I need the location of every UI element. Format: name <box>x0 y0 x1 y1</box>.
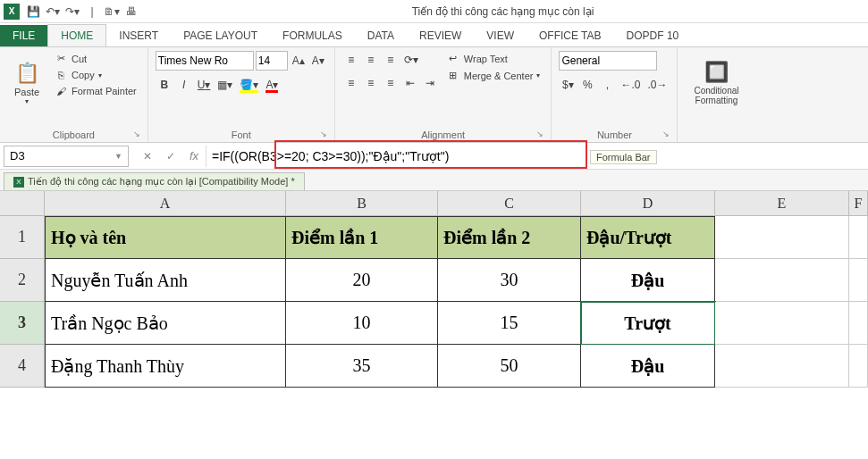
col-header-c[interactable]: C <box>438 191 581 216</box>
tab-dopdf[interactable]: doPDF 10 <box>614 25 692 46</box>
alignment-launcher[interactable]: ↘ <box>536 129 544 138</box>
tab-view[interactable]: VIEW <box>474 25 527 46</box>
group-alignment: ≡ ≡ ≡ ⟳▾ ≡ ≡ ≡ ⇤ ⇥ ↩Wrap Text ⊞Merge & C… <box>335 47 552 142</box>
col-header-f[interactable]: F <box>849 191 868 216</box>
border-button[interactable]: ▦▾ <box>215 76 235 94</box>
align-top-button[interactable]: ≡ <box>342 51 360 69</box>
group-styles: 🔲 Conditional Formatting <box>678 47 754 142</box>
qat-redo[interactable]: ↷▾ <box>63 2 82 21</box>
cell-d2[interactable]: Đậu <box>581 259 715 302</box>
cell-a4[interactable]: Đặng Thanh Thùy <box>45 345 286 388</box>
cut-button[interactable]: ✂Cut <box>50 51 140 66</box>
italic-button[interactable]: I <box>175 76 193 94</box>
increase-decimal-button[interactable]: ←.0 <box>618 76 643 94</box>
font-name-select[interactable] <box>156 51 254 71</box>
col-header-a[interactable]: A <box>45 191 286 216</box>
formula-bar-row: D3 ▼ ✕ ✓ fx =IF((OR(B3>=20; C3>=30));"Đậ… <box>0 143 868 170</box>
paste-label: Paste <box>14 87 39 97</box>
cell-d3[interactable]: Trượt <box>581 302 715 345</box>
merge-center-button[interactable]: ⊞Merge & Center ▾ <box>442 68 544 83</box>
align-center-button[interactable]: ≡ <box>362 74 380 92</box>
cell-c3[interactable]: 15 <box>438 302 581 345</box>
fill-color-button[interactable]: 🪣▾ <box>237 76 261 94</box>
orientation-button[interactable]: ⟳▾ <box>401 51 421 69</box>
tab-formulas[interactable]: FORMULAS <box>270 25 355 46</box>
tab-officetab[interactable]: OFFICE TAB <box>527 25 614 46</box>
cell-e2[interactable] <box>715 259 849 302</box>
align-right-button[interactable]: ≡ <box>382 74 400 92</box>
cell-e1[interactable] <box>715 216 849 259</box>
shrink-font-button[interactable]: A▾ <box>309 52 327 70</box>
cell-b1[interactable]: Điểm lần 1 <box>286 216 438 259</box>
font-launcher[interactable]: ↘ <box>320 129 327 138</box>
cancel-formula-button[interactable]: ✕ <box>136 146 159 167</box>
number-launcher[interactable]: ↘ <box>662 129 670 138</box>
cell-c4[interactable]: 50 <box>438 345 581 388</box>
clipboard-launcher[interactable]: ↘ <box>133 129 140 138</box>
paste-button[interactable]: 📋 Paste ▾ <box>7 51 46 115</box>
qat-undo[interactable]: ↶▾ <box>43 2 63 21</box>
row-header-1[interactable]: 1 <box>0 216 45 259</box>
indent-inc-button[interactable]: ⇥ <box>421 74 439 92</box>
cell-a2[interactable]: Nguyễn Tuấn Anh <box>45 259 286 302</box>
underline-button[interactable]: U▾ <box>195 76 214 94</box>
cell-a3[interactable]: Trần Ngọc Bảo <box>45 302 286 345</box>
grow-font-button[interactable]: A▴ <box>290 52 308 70</box>
copy-button[interactable]: ⎘Copy ▾ <box>50 68 140 82</box>
document-tab-bar: X Tiến độ thi công các hạng mục còn lại … <box>0 170 868 191</box>
formula-input[interactable]: =IF((OR(B3>=20; C3>=30));"Đậu";"Trượt") <box>206 146 868 167</box>
qat-save[interactable]: 💾 <box>23 2 43 21</box>
comma-button[interactable]: , <box>598 76 616 94</box>
align-bottom-button[interactable]: ≡ <box>382 51 400 69</box>
tab-insert[interactable]: INSERT <box>106 25 171 46</box>
cell-b3[interactable]: 10 <box>286 302 438 345</box>
cell-f4[interactable] <box>849 345 868 388</box>
wrap-text-button[interactable]: ↩Wrap Text <box>442 51 544 66</box>
cell-a1[interactable]: Họ và tên <box>45 216 286 259</box>
row-header-3[interactable]: 3 <box>0 302 45 345</box>
select-all-corner[interactable] <box>0 191 45 216</box>
qat-new[interactable]: 🗎▾ <box>102 2 122 21</box>
cell-c2[interactable]: 30 <box>438 259 581 302</box>
cell-f1[interactable] <box>849 216 868 259</box>
font-size-select[interactable] <box>256 51 288 71</box>
cell-e4[interactable] <box>715 345 849 388</box>
col-header-b[interactable]: B <box>286 191 438 216</box>
cell-b2[interactable]: 20 <box>286 259 438 302</box>
conditional-formatting-button[interactable]: 🔲 Conditional Formatting <box>685 51 747 115</box>
bold-button[interactable]: B <box>156 76 173 94</box>
spreadsheet: 1 2 3 4 A B C D E F Họ và tên Điểm lần 1… <box>0 191 868 388</box>
format-painter-button[interactable]: 🖌Format Painter <box>50 84 140 98</box>
chevron-down-icon[interactable]: ▼ <box>114 152 122 161</box>
tab-home[interactable]: HOME <box>47 24 106 46</box>
enter-formula-button[interactable]: ✓ <box>159 146 182 167</box>
tab-file[interactable]: FILE <box>0 25 47 46</box>
decrease-decimal-button[interactable]: .0→ <box>645 76 670 94</box>
tab-review[interactable]: REVIEW <box>407 25 474 46</box>
align-left-button[interactable]: ≡ <box>342 74 360 92</box>
group-clipboard: 📋 Paste ▾ ✂Cut ⎘Copy ▾ 🖌Format Painter C… <box>0 47 148 142</box>
percent-button[interactable]: % <box>578 76 596 94</box>
cell-b4[interactable]: 35 <box>286 345 438 388</box>
align-middle-button[interactable]: ≡ <box>362 51 380 69</box>
cell-d4[interactable]: Đậu <box>581 345 715 388</box>
font-color-button[interactable]: A▾ <box>263 76 281 94</box>
col-header-e[interactable]: E <box>715 191 849 216</box>
insert-function-button[interactable]: fx <box>182 146 206 167</box>
col-header-d[interactable]: D <box>581 191 715 216</box>
number-format-select[interactable] <box>559 51 657 71</box>
cell-f3[interactable] <box>849 302 868 345</box>
qat-print[interactable]: 🖶 <box>122 2 141 21</box>
indent-dec-button[interactable]: ⇤ <box>401 74 419 92</box>
row-header-2[interactable]: 2 <box>0 259 45 302</box>
row-header-4[interactable]: 4 <box>0 345 45 388</box>
cell-d1[interactable]: Đậu/Trượt <box>581 216 715 259</box>
name-box[interactable]: D3 ▼ <box>4 146 129 167</box>
cell-c1[interactable]: Điểm lần 2 <box>438 216 581 259</box>
cell-e3[interactable] <box>715 302 849 345</box>
currency-button[interactable]: $▾ <box>559 76 577 94</box>
cell-f2[interactable] <box>849 259 868 302</box>
document-tab[interactable]: X Tiến độ thi công các hạng mục còn lại … <box>4 172 305 190</box>
tab-data[interactable]: DATA <box>355 25 407 46</box>
tab-pagelayout[interactable]: PAGE LAYOUT <box>171 25 270 46</box>
